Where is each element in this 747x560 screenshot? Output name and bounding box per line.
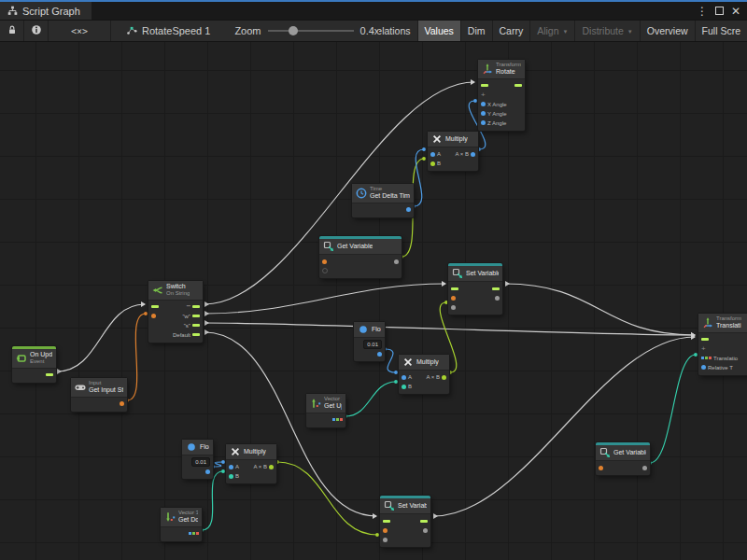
node-switch-on-string[interactable]: SwitchOn String"""w""s"Default — [148, 281, 203, 343]
multiply-3-out-port[interactable] — [269, 465, 274, 469]
rotate-row — [478, 81, 525, 91]
set-variable-2-out-port[interactable] — [423, 528, 428, 533]
get-variable-2-in-port[interactable] — [599, 466, 603, 470]
get-variable-1-in-port[interactable] — [322, 268, 328, 273]
on-update-body — [12, 368, 56, 383]
vector3-get-down-title: Vector 3Get Down — [178, 510, 198, 525]
get-delta-time-out-port[interactable] — [406, 207, 411, 212]
multiply-1-in-port[interactable] — [430, 152, 435, 157]
float-1-value-input[interactable]: 0.01 — [363, 340, 382, 349]
rotate-in-port[interactable] — [481, 120, 486, 125]
view-button-carry[interactable]: Carry — [492, 21, 530, 41]
window-controls: ⋮ ✕ — [697, 2, 747, 20]
node-vector3-get-down[interactable]: Vector 3Get Down — [161, 508, 202, 541]
on-update-title: On UpdateEvent — [30, 351, 52, 366]
set-variable-1-out-port[interactable] — [492, 287, 500, 290]
get-variable-1-out-port[interactable] — [394, 259, 399, 264]
switch-on-string-in-port[interactable] — [151, 305, 159, 308]
get-variable-1-row — [319, 257, 402, 266]
view-button-values[interactable]: Values — [417, 21, 460, 41]
translate-in-port[interactable] — [701, 365, 706, 370]
set-variable-1-in-port[interactable] — [451, 305, 456, 310]
translate-in-port[interactable] — [701, 357, 712, 359]
float-2-out-port[interactable] — [205, 469, 210, 474]
multiply-1-in-port[interactable] — [430, 161, 435, 166]
view-button-dim[interactable]: Dim — [460, 21, 492, 41]
set-variable-2-in-port[interactable] — [383, 538, 388, 542]
node-get-variable-1[interactable]: Get Variable — [319, 236, 402, 278]
graph-canvas[interactable]: On UpdateEventInputGet Input StrinSwitch… — [0, 42, 747, 560]
switch-on-string-out-port[interactable] — [192, 333, 200, 336]
node-multiply-3[interactable]: MultiplyAA × BB — [226, 444, 276, 483]
switch-on-string-out-port[interactable] — [192, 315, 200, 317]
set-variable-1-in-port[interactable] — [451, 296, 456, 301]
node-set-variable-2[interactable]: Set Variable — [380, 496, 430, 547]
zoom-slider-handle[interactable] — [289, 26, 298, 35]
zoom-slider[interactable] — [268, 30, 354, 32]
lock-button[interactable] — [0, 21, 24, 41]
float-1-out-port[interactable] — [377, 352, 382, 357]
node-get-variable-2[interactable]: Get Variable — [596, 442, 650, 475]
set-variable-1-out-port[interactable] — [495, 296, 500, 301]
float-2-value-input[interactable]: 0.01 — [191, 457, 210, 467]
wire-endpoint — [375, 533, 379, 537]
view-button-relations[interactable]: Relations — [379, 21, 416, 41]
rotate-in-port[interactable] — [481, 102, 486, 106]
set-variable-2-row — [380, 525, 430, 535]
set-variable-1-in-port[interactable] — [451, 287, 458, 290]
get-variable-1-in-port[interactable] — [322, 259, 327, 264]
node-float-2[interactable]: Float0.01 — [182, 440, 213, 479]
node-multiply-2[interactable]: MultiplyAA × BB — [399, 355, 449, 394]
node-on-update[interactable]: On UpdateEvent — [12, 346, 56, 383]
rotate-in-port[interactable] — [481, 84, 488, 87]
node-get-delta-time[interactable]: TimeGet Delta Time — [352, 184, 414, 217]
multiply-2-out-port[interactable] — [442, 375, 446, 380]
get-variable-2-out-port[interactable] — [642, 466, 647, 470]
node-get-input-string[interactable]: InputGet Input Strin — [71, 378, 127, 412]
on-update-out-port[interactable] — [46, 373, 53, 376]
set-variable-2-out-port[interactable] — [420, 520, 428, 523]
multiply-1-row: AA × B — [428, 149, 478, 159]
rotate-out-port[interactable] — [514, 84, 522, 87]
multiply-3-in-port[interactable] — [229, 474, 233, 479]
wire-endpoint — [221, 469, 225, 473]
set-variable-2-in-port[interactable] — [383, 528, 388, 533]
node-multiply-1[interactable]: MultiplyAA × BB — [428, 132, 478, 171]
switch-on-string-out-port[interactable] — [192, 305, 200, 308]
group-selection-button[interactable]: <×> — [49, 21, 111, 41]
node-set-variable-1[interactable]: Set Variable — [448, 263, 502, 315]
switch-on-string-out-port[interactable] — [192, 324, 200, 327]
menu-icon[interactable]: ⋮ — [697, 5, 708, 18]
node-translate[interactable]: TransformTranslati+TranslatioRelative T — [698, 314, 747, 375]
info-button[interactable] — [24, 21, 49, 41]
script-graph-window: Script Graph ⋮ ✕ <×> RotateSpeed 1 Zoom … — [0, 0, 747, 560]
rotate-in-port[interactable]: + — [481, 92, 486, 98]
close-icon[interactable]: ✕ — [731, 5, 740, 18]
multiply-2-row: AA × B — [399, 372, 449, 382]
node-float-1[interactable]: Float0.01 — [354, 322, 385, 361]
float-2-row: 0.01 — [182, 457, 213, 467]
set-variable-2-in-port[interactable] — [383, 520, 390, 523]
multiply-2-in-port[interactable] — [402, 385, 406, 389]
multiply-1-out-port[interactable] — [471, 152, 475, 157]
vector3-get-up-out-port[interactable] — [332, 418, 343, 421]
multiply-3-in-port[interactable] — [229, 465, 233, 469]
node-vector3-get-up[interactable]: Vector 3Get Up — [306, 394, 345, 427]
view-button-full-scre[interactable]: Full Scre — [695, 21, 747, 41]
multiply-3-header: Multiply — [226, 444, 276, 459]
set-variable-2-title-line: Set Variable — [398, 502, 427, 510]
get-input-string-out-port[interactable] — [120, 401, 124, 406]
graph-reference[interactable]: RotateSpeed 1 — [111, 21, 219, 41]
node-rotate[interactable]: TransformRotate+X AngleY AngleZ Angle — [478, 60, 525, 131]
wire-getvariable2-to-translate-translation — [650, 355, 696, 463]
tab-script-graph[interactable]: Script Graph — [0, 2, 92, 20]
translate-in-port[interactable]: + — [701, 346, 706, 352]
rotate-in-port[interactable] — [481, 111, 486, 116]
multiply-2-in-port[interactable] — [402, 375, 406, 380]
view-button-overview[interactable]: Overview — [640, 21, 695, 41]
set-variable-2-row — [380, 535, 430, 544]
maximize-icon[interactable] — [715, 7, 724, 15]
switch-on-string-in-port[interactable] — [151, 314, 156, 318]
translate-in-port[interactable] — [701, 338, 709, 341]
vector3-get-down-out-port[interactable] — [189, 532, 199, 535]
